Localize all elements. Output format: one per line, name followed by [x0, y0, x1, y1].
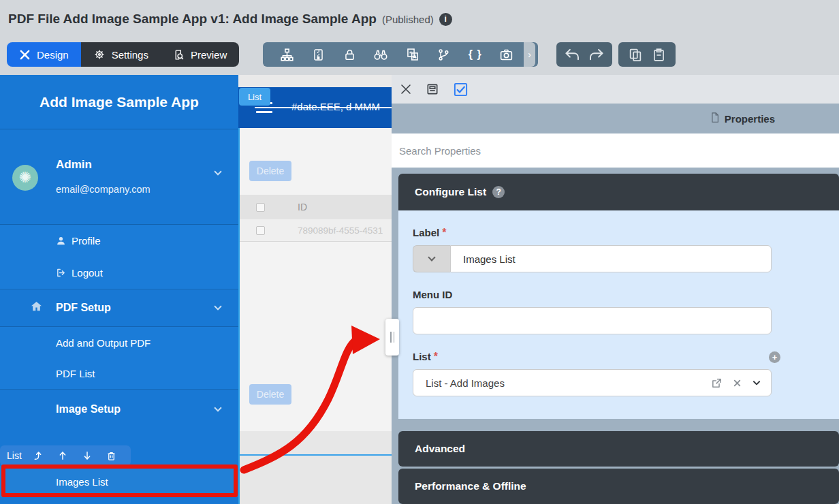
camera-icon[interactable] [491, 42, 522, 67]
checkbox-checked-icon[interactable] [453, 82, 469, 97]
properties-header-band: Properties [392, 104, 839, 133]
search-input[interactable] [392, 133, 839, 168]
braces-icon[interactable]: { } [460, 42, 491, 67]
delete-button-top[interactable]: Delete [249, 161, 291, 181]
translate-file-icon[interactable] [397, 42, 428, 67]
label-type-dropdown[interactable] [413, 245, 450, 272]
chevron-down-icon[interactable] [752, 378, 761, 388]
sidebar-group-label: PDF Setup [56, 302, 111, 314]
sidebar-item-label: Profile [72, 235, 101, 247]
tab-preview[interactable]: Preview [161, 42, 239, 67]
toolbar-expand-chevron[interactable]: › [524, 42, 535, 67]
properties-title-text: Properties [725, 113, 775, 125]
configure-list-section: Configure List ? Label* Menu ID [398, 174, 839, 419]
main-area: Add Image Sample App ✺ Admin email@compa… [0, 75, 839, 504]
row-checkbox[interactable] [256, 226, 265, 235]
chevron-down-icon [428, 253, 435, 261]
advanced-section-header[interactable]: Advanced [398, 431, 839, 467]
user-menu[interactable]: ✺ Admin email@company.com [0, 129, 238, 225]
list-field-label: List [413, 351, 431, 362]
designer-toolbar: { } › [263, 42, 538, 67]
configure-list-header[interactable]: Configure List ? [398, 174, 839, 210]
configure-list-body: Label* Menu ID List* + [398, 210, 839, 419]
sidebar-item-logout[interactable]: Logout [0, 257, 238, 289]
menu-id-input[interactable] [413, 307, 772, 334]
column-header-id: ID [298, 202, 307, 212]
design-canvas: #date.EEE, d MMM List Delete ID 789089bf… [238, 75, 392, 504]
add-list-icon[interactable]: + [769, 351, 780, 363]
top-bar: PDF File Add Image Sample App v1: Add Im… [0, 0, 839, 75]
mode-tabs: Design Settings Preview [7, 42, 239, 67]
panel-view-icon[interactable] [426, 82, 439, 96]
properties-panel: Properties Configure List ? Label* [392, 75, 839, 504]
paste-icon[interactable] [652, 48, 666, 62]
git-branch-icon[interactable] [428, 42, 460, 67]
preview-list-content: Delete ID 789089bf-4555-4531 Delete [238, 128, 392, 504]
properties-toolbar [392, 75, 839, 104]
app-sidebar: Add Image Sample App ✺ Admin email@compa… [0, 75, 238, 504]
user-email: email@company.com [56, 184, 151, 195]
sidebar-item-label: Add and Output PDF [56, 337, 151, 349]
file-zipper-icon[interactable] [302, 42, 334, 67]
performance-offline-section-header[interactable]: Performance & Offline [398, 469, 839, 504]
element-chip-row: List [0, 445, 238, 466]
toolbar-row: Design Settings Preview [0, 42, 839, 67]
trash-icon[interactable] [99, 451, 124, 461]
home-icon [30, 300, 43, 316]
sidebar-item-profile[interactable]: Profile [0, 225, 238, 257]
list-select-value: List - Add Images [413, 377, 711, 389]
canvas-top-strip [238, 75, 392, 87]
tab-design[interactable]: Design [7, 42, 81, 67]
panel-splitter-handle[interactable] [385, 319, 399, 356]
chevron-down-icon [214, 404, 221, 411]
close-icon[interactable] [400, 83, 412, 95]
delete-button-bottom[interactable]: Delete [249, 384, 291, 405]
sidebar-group-pdf-setup[interactable]: PDF Setup [0, 289, 238, 327]
tab-settings-label: Settings [112, 49, 148, 61]
sidebar-item-images-list[interactable]: Images List [0, 466, 238, 497]
sidebar-group-image-setup[interactable]: Image Setup [0, 390, 238, 429]
chip-element-label: List [7, 450, 22, 461]
table-row[interactable]: 789089bf-4555-4531 [240, 219, 392, 242]
chevron-down-icon [214, 168, 221, 175]
move-down-icon[interactable] [75, 450, 99, 461]
menu-id-field: Menu ID [413, 289, 839, 334]
move-out-icon[interactable] [26, 450, 50, 461]
sidebar-item-pdf-list[interactable]: PDF List [0, 358, 238, 390]
strikethrough-line [255, 107, 392, 108]
list-select[interactable]: List - Add Images [413, 369, 772, 396]
copy-icon[interactable] [628, 47, 643, 62]
page-title: PDF File Add Image Sample App v1: Add Im… [8, 12, 377, 27]
binoculars-icon[interactable] [365, 42, 396, 67]
sidebar-item-label: PDF List [56, 368, 95, 379]
label-input[interactable] [450, 245, 772, 272]
external-link-icon[interactable] [711, 377, 723, 389]
clear-icon[interactable] [733, 379, 742, 388]
redo-icon[interactable] [588, 47, 605, 62]
sidebar-bottom [0, 497, 238, 504]
document-icon [710, 112, 720, 125]
sidebar-item-label: Logout [72, 267, 103, 279]
person-icon [56, 236, 66, 246]
undo-icon[interactable] [564, 47, 581, 62]
label-input-group [413, 245, 772, 272]
preview-footer-band [240, 431, 392, 504]
tab-preview-label: Preview [191, 49, 227, 61]
move-up-icon[interactable] [50, 450, 75, 461]
tab-settings[interactable]: Settings [81, 42, 161, 67]
advanced-label: Advanced [415, 443, 465, 455]
clipboard-group [618, 42, 676, 67]
avatar: ✺ [12, 165, 38, 191]
app-root: PDF File Add Image Sample App v1: Add Im… [0, 0, 839, 504]
table-header-row: ID [240, 195, 392, 219]
required-asterisk: * [442, 227, 446, 238]
lock-icon[interactable] [334, 42, 365, 67]
help-icon[interactable]: ? [492, 186, 505, 198]
select-all-checkbox[interactable] [256, 203, 265, 212]
sidebar-item-add-output-pdf[interactable]: Add and Output PDF [0, 327, 238, 358]
label-field-label: Label [413, 227, 439, 238]
info-icon[interactable]: i [439, 13, 452, 26]
sitemap-icon[interactable] [271, 42, 302, 67]
tab-design-label: Design [37, 49, 69, 61]
title-bar: PDF File Add Image Sample App v1: Add Im… [8, 12, 452, 27]
